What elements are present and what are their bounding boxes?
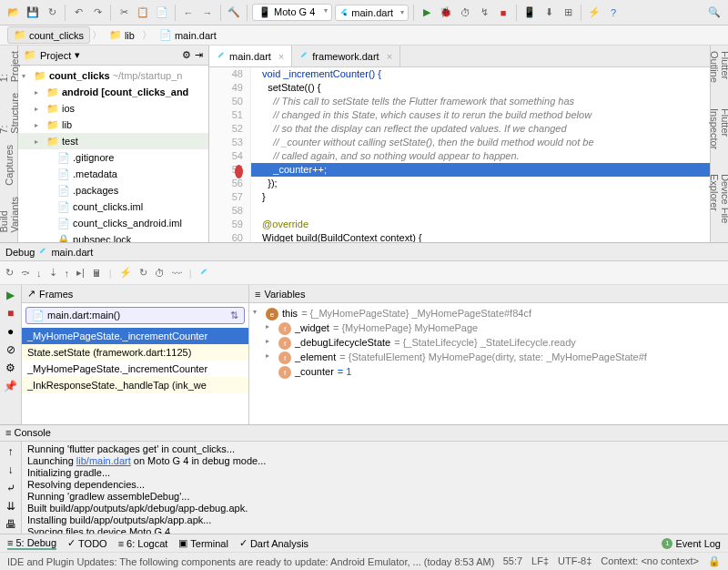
tree-item[interactable]: ▸📁 android [count_clicks_and bbox=[18, 84, 208, 100]
tree-item[interactable]: 📄 count_clicks.iml bbox=[18, 198, 208, 215]
tree-root[interactable]: ▾📁 count_clicks ~/tmp/startup_n bbox=[18, 67, 208, 84]
undo-icon[interactable]: ↶ bbox=[70, 5, 86, 21]
stack-frame[interactable]: _InkResponseState._handleTap (ink_we bbox=[22, 377, 248, 393]
paste-icon[interactable]: 📄 bbox=[154, 5, 170, 21]
settings-icon[interactable]: ⚙ bbox=[5, 361, 15, 374]
breakpoints-icon[interactable]: ● bbox=[7, 325, 14, 338]
step-into-icon[interactable]: ↓ bbox=[36, 268, 42, 279]
sync-icon[interactable]: ↻ bbox=[44, 5, 60, 21]
rail-item[interactable]: Flutter Inspector bbox=[707, 107, 729, 164]
stack-frame[interactable]: _MyHomePageState._incrementCounter bbox=[22, 361, 248, 377]
timer-icon[interactable]: ⏱ bbox=[155, 268, 165, 279]
lock-icon[interactable]: 🔒 bbox=[708, 555, 721, 567]
evaluate-icon[interactable]: 🖩 bbox=[92, 268, 102, 279]
tree-item[interactable]: 📄 count_clicks_android.iml bbox=[18, 215, 208, 231]
stop-icon[interactable]: ■ bbox=[7, 307, 14, 320]
copy-icon[interactable]: 📋 bbox=[135, 5, 151, 21]
down-icon[interactable]: ↓ bbox=[8, 463, 14, 476]
encoding[interactable]: UTF-8‡ bbox=[558, 555, 592, 567]
step-smart-icon[interactable]: ⇣ bbox=[49, 267, 57, 279]
tree-item[interactable]: ▸📁 ios bbox=[18, 100, 208, 117]
variable-row[interactable]: ▸f _element = {StatefulElement} MyHomePa… bbox=[253, 351, 724, 365]
build-icon[interactable]: 🔨 bbox=[226, 5, 242, 21]
code-editor[interactable]: void _incrementCounter() { setState(() {… bbox=[251, 67, 710, 242]
device-selector[interactable]: 📱 Moto G 4 bbox=[252, 4, 332, 21]
cut-icon[interactable]: ✂ bbox=[116, 5, 132, 21]
event-log[interactable]: 1 Event Log bbox=[662, 538, 721, 549]
rail-item[interactable]: 1: Project bbox=[0, 49, 22, 84]
rail-item[interactable]: Device File Explorer bbox=[707, 172, 729, 242]
help-icon[interactable]: ? bbox=[605, 5, 622, 21]
rail-item[interactable]: 7: Structure bbox=[0, 91, 22, 136]
debug-icon[interactable]: 🐞 bbox=[438, 5, 454, 21]
breakpoint-icon[interactable] bbox=[235, 165, 243, 178]
step-over-icon[interactable]: ⤼ bbox=[21, 267, 29, 279]
rail-item[interactable]: Captures bbox=[2, 143, 16, 188]
line-separator[interactable]: LF‡ bbox=[531, 555, 549, 567]
redo-icon[interactable]: ↷ bbox=[89, 5, 106, 21]
scroll-icon[interactable]: ⇊ bbox=[6, 500, 15, 513]
cursor-position[interactable]: 55:7 bbox=[503, 555, 522, 567]
gear-icon[interactable]: ⚙ bbox=[182, 49, 191, 61]
tree-item[interactable]: 🔒 pubspec.lock bbox=[18, 231, 208, 242]
bottom-dart-analysis[interactable]: ✓ Dart Analysis bbox=[239, 537, 308, 549]
sdk-icon[interactable]: ⬇ bbox=[541, 5, 557, 21]
stop-icon[interactable]: ■ bbox=[495, 5, 511, 21]
status-message[interactable]: IDE and Plugin Updates: The following co… bbox=[7, 556, 494, 567]
editor-tab[interactable]: framework.dart× bbox=[292, 46, 400, 66]
variable-row[interactable]: ▸f _widget = {MyHomePage} MyHomePage bbox=[253, 321, 724, 336]
thread-selector[interactable]: 📄 main.dart:main() ⇅ bbox=[25, 307, 245, 324]
structure-icon[interactable]: ⊞ bbox=[560, 5, 576, 21]
bottom-debug[interactable]: ≡ 5: Debug bbox=[7, 537, 56, 550]
breadcrumb-file[interactable]: 📄 main.dart bbox=[154, 27, 222, 43]
mute-bp-icon[interactable]: ⊘ bbox=[6, 343, 15, 356]
bottom-terminal[interactable]: ▣ Terminal bbox=[178, 537, 228, 549]
hot-reload-icon[interactable]: ⚡ bbox=[119, 267, 132, 279]
print-icon[interactable]: 🖶 bbox=[5, 518, 16, 531]
breadcrumb-folder[interactable]: 📁 lib bbox=[104, 27, 140, 43]
flutter-action-icon[interactable]: ⚡ bbox=[586, 5, 602, 21]
search-icon[interactable]: 🔍 bbox=[706, 5, 723, 21]
save-icon[interactable]: 💾 bbox=[25, 5, 41, 21]
tree-item[interactable]: 📄 .metadata bbox=[18, 166, 208, 182]
console-output[interactable]: Running 'flutter packages get' in count_… bbox=[22, 442, 728, 534]
stack-frame[interactable]: _MyHomePageState._incrementCounter bbox=[22, 328, 248, 344]
variable-row[interactable]: f _counter = 1 bbox=[253, 365, 724, 380]
perf-icon[interactable]: 〰 bbox=[172, 268, 182, 279]
rerun-icon[interactable]: ↻ bbox=[5, 267, 14, 279]
rail-item[interactable]: 2: Favorites bbox=[0, 241, 22, 242]
up-icon[interactable]: ↑ bbox=[8, 445, 14, 458]
flutter-icon[interactable] bbox=[199, 269, 208, 278]
profile-icon[interactable]: ⏱ bbox=[457, 5, 473, 21]
variable-row[interactable]: ▸f _debugLifecycleState = {_StateLifecyc… bbox=[253, 336, 724, 351]
collapse-icon[interactable]: ⇥ bbox=[195, 49, 203, 61]
hot-restart-icon[interactable]: ↻ bbox=[139, 267, 147, 279]
run-icon[interactable]: ▶ bbox=[419, 5, 435, 21]
variable-row[interactable]: ▾e this = {_MyHomePageState} _MyHomePage… bbox=[253, 307, 724, 321]
back-icon[interactable]: ← bbox=[180, 5, 197, 21]
tree-item[interactable]: ▸📁 lib bbox=[18, 117, 208, 133]
bottom-todo[interactable]: ✓ TODO bbox=[67, 537, 107, 549]
context-label[interactable]: Context: <no context> bbox=[601, 555, 699, 567]
step-out-icon[interactable]: ↑ bbox=[65, 268, 70, 279]
pin-icon[interactable]: 📌 bbox=[4, 380, 17, 392]
stack-frame[interactable]: State.setState (framework.dart:1125) bbox=[22, 344, 248, 361]
tree-item[interactable]: ▸📁 test bbox=[18, 133, 208, 149]
rail-item[interactable]: Flutter Outline bbox=[707, 49, 729, 99]
tree-item[interactable]: 📄 .packages bbox=[18, 182, 208, 198]
attach-icon[interactable]: ↯ bbox=[476, 5, 492, 21]
bottom-logcat[interactable]: ≡ 6: Logcat bbox=[118, 538, 168, 549]
open-icon[interactable]: 📂 bbox=[5, 5, 22, 21]
breadcrumb: 📁 count_clicks 〉 📁 lib 〉 📄 main.dart bbox=[0, 25, 728, 46]
tree-item[interactable]: 📄 .gitignore bbox=[18, 149, 208, 166]
run-config-selector[interactable]: main.dart bbox=[335, 5, 409, 21]
forward-icon[interactable]: → bbox=[199, 5, 216, 21]
resume-icon[interactable]: ▶ bbox=[6, 289, 15, 301]
editor-tab[interactable]: main.dart× bbox=[209, 46, 292, 66]
wrap-icon[interactable]: ⤶ bbox=[6, 482, 15, 494]
avd-icon[interactable]: 📱 bbox=[521, 5, 538, 21]
breadcrumb-project[interactable]: 📁 count_clicks bbox=[7, 26, 90, 44]
run-to-cursor-icon[interactable]: ▸| bbox=[76, 267, 85, 279]
gutter[interactable]: 4849505152535455565758596061 bbox=[209, 67, 251, 242]
rail-item[interactable]: Build Variants bbox=[0, 195, 22, 235]
